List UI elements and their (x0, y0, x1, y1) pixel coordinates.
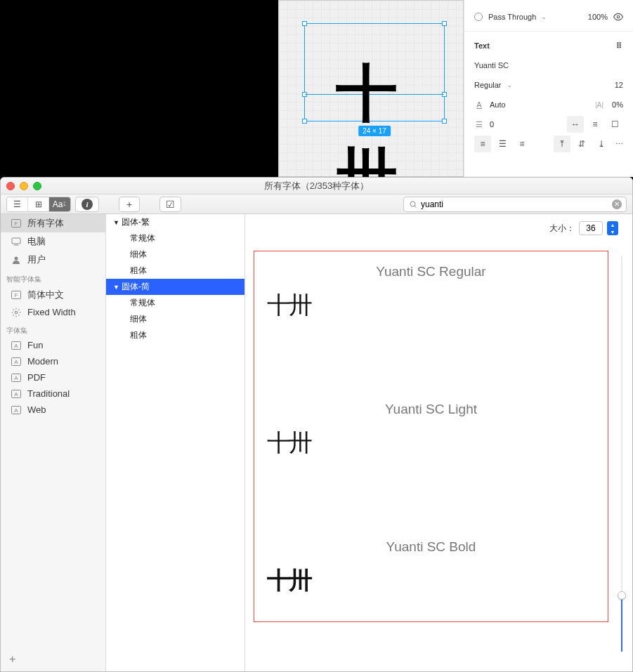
preview-sample-bold: 十卅 (267, 565, 595, 597)
align-top-button[interactable]: ⤒ (554, 136, 570, 152)
font-size-input[interactable]: 12 (615, 81, 623, 89)
selection-box[interactable]: 十卅 24 × 17 (304, 23, 445, 121)
font-family-select[interactable]: Yuanti SC (474, 61, 509, 70)
paragraph-spacing-icon: ☰ (474, 119, 484, 129)
view-list-button[interactable]: ☰ (7, 197, 28, 211)
svg-point-7 (15, 257, 18, 261)
sidebar-item-label: Modern (27, 356, 58, 367)
svg-rect-5 (12, 238, 20, 244)
sidebar-item-modern[interactable]: A Modern (1, 353, 105, 369)
more-options-button[interactable]: ⋯ (615, 140, 623, 149)
sidebar-item-label: Traditional (27, 388, 70, 399)
auto-height-button[interactable]: ≡ (587, 116, 603, 133)
svg-text:A: A (14, 359, 18, 365)
font-style-bold[interactable]: 粗体 (106, 263, 244, 279)
collection-icon: A (11, 341, 22, 350)
letter-spacing-icon: |A| (595, 101, 603, 109)
sidebar-group-smart: 智能字体集 (1, 269, 105, 286)
sidebar-item-fun[interactable]: A Fun (1, 337, 105, 353)
info-button[interactable]: i (75, 197, 99, 212)
blend-mode-icon (474, 13, 483, 21)
paragraph-spacing-input[interactable]: 0 (490, 120, 494, 129)
sidebar-item-web[interactable]: A Web (1, 402, 105, 418)
blend-mode-select[interactable]: Pass Through (488, 13, 536, 21)
view-grid-button[interactable]: ⊞ (28, 197, 49, 211)
background-panel (0, 0, 278, 177)
align-bottom-button[interactable]: ⤓ (593, 136, 610, 152)
align-right-button[interactable]: ≡ (514, 136, 530, 152)
sidebar-item-computer[interactable]: 电脑 (1, 232, 105, 251)
user-icon (11, 255, 22, 265)
clear-search-button[interactable]: ✕ (612, 199, 622, 209)
align-middle-button[interactable]: ⇵ (573, 136, 590, 152)
sidebar-item-label: Fun (27, 340, 43, 350)
fontbook-window: 所有字体（2/353种字体） ☰ ⊞ Aa𝙸 i + ☑ ✕ F 所有字体 (0, 177, 633, 672)
sidebar-item-label: 用户 (27, 253, 46, 266)
sidebar-item-label: PDF (27, 372, 46, 383)
disclosure-triangle-icon[interactable]: ▼ (113, 284, 120, 291)
font-icon: F (11, 290, 22, 300)
stepper-up-icon[interactable]: ▲ (607, 221, 618, 228)
font-list: ▼圆体-繁 常规体 细体 粗体 ▼圆体-简 常规体 细体 粗体 (106, 214, 245, 671)
svg-point-10 (15, 311, 18, 314)
fixed-size-button[interactable]: ☐ (606, 116, 623, 133)
font-style-light[interactable]: 细体 (106, 311, 244, 327)
add-collection-button[interactable]: + (1, 647, 105, 671)
font-family-sc[interactable]: ▼圆体-简 (106, 279, 244, 295)
opacity-input[interactable]: 100% (588, 13, 608, 21)
selection-size-badge: 24 × 17 (358, 126, 391, 136)
design-canvas[interactable]: 十卅 24 × 17 (278, 0, 464, 177)
font-style-bold[interactable]: 粗体 (106, 327, 244, 343)
sidebar-item-fixed-width[interactable]: Fixed Width (1, 304, 105, 320)
line-height-input[interactable]: Auto (490, 100, 506, 109)
chevron-down-icon[interactable]: ⌄ (507, 82, 512, 88)
window-titlebar[interactable]: 所有字体（2/353种字体） (1, 178, 632, 195)
font-style-regular[interactable]: 常规体 (106, 295, 244, 311)
preview-title-bold: Yuanti SC Bold (267, 539, 595, 555)
preview-title-regular: Yuanti SC Regular (267, 264, 595, 279)
align-left-button[interactable]: ≡ (474, 136, 491, 152)
toolbar: ☰ ⊞ Aa𝙸 i + ☑ ✕ (1, 195, 632, 214)
font-style-regular[interactable]: 常规体 (106, 230, 244, 246)
gear-icon (11, 308, 22, 317)
sidebar-item-traditional[interactable]: A Traditional (1, 386, 105, 402)
search-icon (408, 199, 418, 209)
search-input[interactable] (421, 199, 609, 209)
font-weight-select[interactable]: Regular (474, 81, 502, 89)
resize-handle-tr[interactable] (442, 21, 447, 26)
sidebar-item-user[interactable]: 用户 (1, 251, 105, 269)
view-sample-button[interactable]: Aa𝙸 (49, 197, 70, 211)
text-style-button[interactable]: ⠿ (616, 41, 623, 51)
stepper-down-icon[interactable]: ▼ (607, 228, 618, 235)
svg-text:F: F (15, 292, 18, 298)
line-height-icon: A (474, 100, 484, 110)
align-center-button[interactable]: ☰ (494, 136, 511, 152)
resize-handle-tl[interactable] (302, 21, 307, 26)
sidebar-item-pdf[interactable]: A PDF (1, 369, 105, 386)
sidebar-item-sc[interactable]: F 简体中文 (1, 286, 105, 304)
sidebar-item-label: 简体中文 (27, 289, 64, 301)
collection-icon: A (11, 357, 22, 367)
auto-width-button[interactable]: ↔ (567, 116, 584, 133)
resize-handle-bl[interactable] (302, 119, 307, 124)
size-input[interactable] (579, 221, 603, 235)
eye-icon[interactable] (613, 12, 623, 22)
add-button[interactable]: + (119, 197, 140, 212)
disclosure-triangle-icon[interactable]: ▼ (113, 219, 120, 226)
chevron-down-icon[interactable]: ⌄ (542, 14, 547, 20)
validate-button[interactable]: ☑ (159, 197, 181, 212)
font-family-tc[interactable]: ▼圆体-繁 (106, 214, 244, 230)
preview-sample-light: 十卅 (267, 427, 595, 459)
svg-text:A: A (14, 407, 18, 414)
font-style-light[interactable]: 细体 (106, 246, 244, 263)
size-stepper[interactable]: ▲▼ (607, 221, 618, 235)
text-section-title: Text (474, 41, 490, 50)
search-field[interactable]: ✕ (403, 197, 627, 212)
preview-pane: 大小： ▲▼ Yuanti SC Regular 十卅 Yuanti SC Li… (245, 214, 632, 671)
sidebar-item-all-fonts[interactable]: F 所有字体 (1, 214, 105, 232)
size-slider-thumb[interactable] (618, 591, 626, 600)
svg-text:A: A (14, 391, 18, 397)
svg-text:A: A (14, 375, 18, 381)
view-mode-segment: ☰ ⊞ Aa𝙸 (6, 197, 71, 212)
letter-spacing-input[interactable]: 0% (612, 100, 623, 109)
